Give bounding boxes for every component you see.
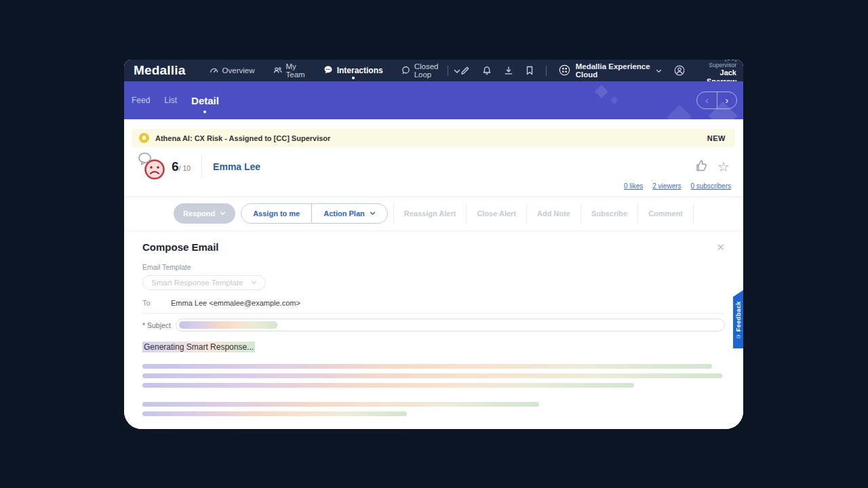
top-navigation-bar: Medallia Overview My Team [124,60,743,81]
action-buttons-row: Respond Assign to me Action Plan Reassig… [132,203,735,224]
nav-item-label: Overview [222,66,255,75]
score-value: 6/ 10 [172,159,191,174]
chevron-down-icon [454,64,460,77]
subject-field-row: * Subject [142,319,725,331]
skeleton-bar [142,402,539,407]
smart-response-skeleton [142,364,725,429]
download-icon[interactable] [504,66,513,75]
feedback-tab[interactable]: ☺ Feedback [733,290,743,348]
skeleton-bar [142,383,634,388]
divider [546,66,547,76]
subscribers-link[interactable]: 0 subscribers [691,182,731,190]
previous-record-button[interactable]: ‹ [697,92,717,108]
chevron-down-icon [251,281,257,285]
social-actions: ☆ [694,159,732,176]
user-avatar-icon[interactable] [674,65,685,76]
likes-link[interactable]: 0 likes [624,182,643,190]
gauge-icon [210,66,218,76]
product-switcher-label: Medallia Experience Cloud [576,62,650,79]
star-icon[interactable]: ☆ [717,160,730,174]
action-plan-label: Action Plan [323,209,365,218]
chat-icon [323,65,333,77]
to-label: To [142,299,171,307]
tab-list[interactable]: List [163,93,178,108]
feedback-smiley-icon: ☺ [735,333,742,340]
chevron-down-icon [220,211,226,216]
respond-button[interactable]: Respond [174,203,235,224]
next-record-button[interactable]: › [717,92,737,108]
app-grid-icon [559,64,570,77]
close-icon[interactable]: ✕ [716,242,725,252]
secondary-navigation-bar: Feed List Detail ‹ › [124,81,743,119]
nav-item-interactions[interactable]: Interactions [323,60,383,81]
comment-button[interactable]: Comment [637,203,693,224]
alert-banner: Athena AI: CX Risk - Assigned to [CC] Su… [132,129,735,147]
nav-item-overview[interactable]: Overview [210,60,255,81]
comment-bubble-icon [138,152,152,165]
action-plan-button[interactable]: Action Plan [311,204,387,223]
subject-skeleton [179,321,277,329]
divider [201,155,202,178]
email-template-select[interactable]: Smart Response Template [142,275,266,290]
assign-to-me-label: Assign to me [253,209,300,218]
subject-input[interactable] [176,319,725,331]
chevron-down-icon [370,211,376,216]
skeleton-bar [142,364,712,369]
reassign-alert-button[interactable]: Reassign Alert [393,203,467,224]
user-role: [CC] Supervisor [697,60,736,68]
assign-action-group: Assign to me Action Plan [241,203,388,224]
email-template-value: Smart Response Template [151,279,243,287]
nav-item-closed-loop[interactable]: Closed Loop [401,60,440,81]
compose-email-panel: Compose Email ✕ Email Template Smart Res… [132,241,735,429]
to-field-row: To Emma Lee <emmalee@example.com> [142,299,725,314]
skeleton-bar [142,411,407,416]
chevron-down-icon [656,66,662,75]
thumbs-up-icon[interactable] [694,159,709,176]
divider [448,66,448,76]
record-pager: ‹ › [696,92,737,109]
team-icon [273,66,282,76]
subject-label: * Subject [142,321,171,329]
app-window: Medallia Overview My Team [124,60,743,429]
divider [124,197,743,197]
tab-feed[interactable]: Feed [130,93,151,108]
nav-more-toggle[interactable] [448,64,460,77]
edit-icon[interactable] [460,66,470,75]
viewers-link[interactable]: 2 viewers [652,182,681,190]
score-number: 6 [172,159,179,174]
divider [124,230,743,231]
add-note-button[interactable]: Add Note [526,203,580,224]
decor-diamond [595,85,608,98]
skeleton-bar [142,373,722,378]
compose-email-title: Compose Email [142,241,219,253]
sentiment-indicator [138,152,169,181]
detail-content: Athena AI: CX Risk - Assigned to [CC] Su… [124,129,743,429]
assign-to-me-button[interactable]: Assign to me [241,204,311,223]
primary-nav: Overview My Team Interac [210,60,460,81]
speech-bubble-icon [401,66,410,76]
engagement-stats: 0 likes 2 viewers 0 subscribers [132,182,735,190]
tab-detail[interactable]: Detail [190,92,220,109]
close-alert-button[interactable]: Close Alert [466,203,526,224]
medallia-logo[interactable]: Medallia [128,63,191,78]
alert-banner-title: Athena AI: CX Risk - Assigned to [CC] Su… [155,134,707,142]
to-value[interactable]: Emma Lee <emmalee@example.com> [171,299,300,307]
subscribe-button[interactable]: Subscribe [580,203,637,224]
email-template-label: Email Template [142,263,725,271]
respond-button-label: Respond [183,209,215,218]
alert-bell-icon [139,133,149,143]
product-switcher[interactable]: Medallia Experience Cloud [559,62,662,79]
decor-diamond [610,96,618,104]
nav-item-my-team[interactable]: My Team [273,60,305,81]
feedback-tab-label: Feedback [735,301,742,331]
bookmark-icon[interactable] [526,66,534,75]
nav-item-label: Interactions [337,66,383,75]
bell-icon[interactable] [482,66,492,75]
decor-diamond [667,105,692,119]
customer-name-link[interactable]: Emma Lee [213,161,260,172]
new-badge: NEW [707,134,726,142]
score-row: 6/ 10 Emma Lee ☆ [132,152,735,181]
score-max: / 10 [179,164,191,172]
nav-item-label: Closed Loop [414,62,440,79]
disabled-actions-group: Reassign Alert Close Alert Add Note Subs… [393,203,694,224]
